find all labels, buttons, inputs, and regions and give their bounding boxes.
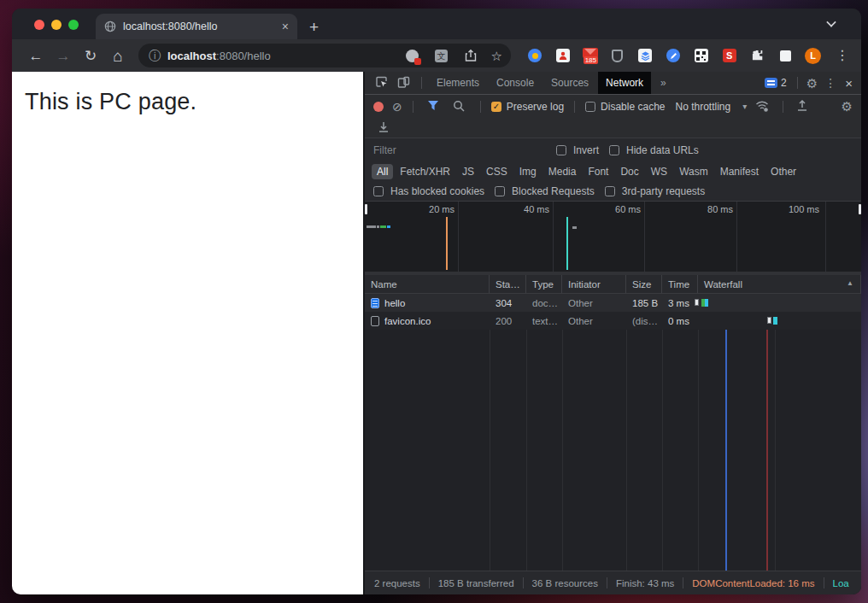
tab-elements[interactable]: Elements [429, 72, 487, 94]
qr-extension-icon[interactable] [693, 47, 710, 64]
extension-person-icon[interactable] [554, 47, 572, 64]
back-button[interactable] [24, 49, 48, 63]
cookie-blocked-icon[interactable] [404, 47, 421, 64]
filter-chip-media[interactable]: Media [543, 164, 582, 179]
extension-hand-icon[interactable] [526, 47, 543, 64]
browser-toolbar: localhost:8080/hello 文 185 S [12, 39, 861, 72]
bookmark-star-icon[interactable] [491, 50, 502, 62]
col-header-initiator[interactable]: Initiator [562, 275, 626, 293]
filter-chip-img[interactable]: Img [514, 164, 542, 179]
minimize-window-button[interactable] [51, 20, 62, 30]
har-export-icon[interactable] [378, 121, 392, 135]
overview-request-bar [387, 225, 390, 228]
filter-chip-manifest[interactable]: Manifest [715, 164, 764, 179]
table-row[interactable]: hello 304 doc… Other 185 B 3 ms [365, 294, 861, 312]
device-toolbar-icon[interactable] [397, 76, 411, 90]
devtools-panel: Elements Console Sources Network 2 [365, 72, 861, 594]
disable-cache-checkbox[interactable] [585, 102, 595, 112]
forward-button[interactable] [51, 49, 75, 63]
shopping-extension-icon[interactable]: S [721, 47, 738, 64]
new-tab-button[interactable] [309, 19, 319, 35]
filter-funnel-icon[interactable] [427, 100, 441, 114]
mail-badge: 185 [584, 56, 598, 64]
home-button[interactable] [106, 48, 130, 64]
overview-right-handle[interactable] [859, 204, 861, 214]
mail-extension-icon[interactable]: 185 [583, 47, 598, 64]
tab-close-icon[interactable] [282, 20, 289, 32]
chevron-down-icon[interactable] [827, 17, 836, 26]
filter-chip-fetchxhr[interactable]: Fetch/XHR [395, 164, 455, 179]
shield-extension-icon[interactable] [608, 47, 625, 64]
overview-request-bar [367, 225, 376, 228]
filter-chip-other[interactable]: Other [765, 164, 801, 179]
status-load: Loa [833, 578, 849, 588]
throttling-select[interactable]: No throttling [675, 101, 747, 113]
has-blocked-cookies-checkbox[interactable] [373, 186, 384, 196]
request-type: doc… [526, 298, 562, 308]
resource-type-filters: All Fetch/XHR JS CSS Img Media Font Doc … [365, 161, 861, 181]
page-text: This is PC page. [25, 89, 363, 115]
table-row[interactable]: favicon.ico 200 text… Other (dis… 0 ms [365, 312, 861, 330]
inspect-element-icon[interactable] [375, 76, 389, 90]
close-window-button[interactable] [34, 20, 44, 30]
search-icon[interactable] [453, 100, 466, 114]
devtools-settings-icon[interactable] [806, 77, 818, 90]
web-page: This is PC page. [12, 72, 363, 594]
record-network-log-button[interactable] [373, 102, 384, 112]
sort-ascending-icon[interactable] [847, 280, 853, 287]
filter-chip-css[interactable]: CSS [481, 164, 513, 179]
col-header-waterfall[interactable]: Waterfall [698, 275, 861, 293]
browser-menu-icon[interactable] [832, 49, 853, 62]
filter-chip-all[interactable]: All [372, 164, 393, 179]
translate-icon[interactable]: 文 [433, 47, 450, 64]
tab-network[interactable]: Network [598, 72, 651, 94]
blocked-requests-checkbox[interactable] [495, 186, 505, 196]
hide-data-urls-checkbox[interactable] [609, 145, 619, 155]
extensions-puzzle-icon[interactable] [749, 47, 766, 64]
issues-message-icon[interactable] [765, 78, 777, 88]
preserve-log-checkbox[interactable] [491, 102, 501, 112]
zoom-window-button[interactable] [68, 20, 79, 30]
request-initiator: Other [562, 298, 626, 308]
timeline-tick: 40 ms [496, 204, 549, 214]
filter-chip-js[interactable]: JS [457, 164, 479, 179]
invert-checkbox[interactable] [556, 145, 566, 155]
filter-input[interactable] [373, 144, 527, 156]
site-info-icon[interactable] [149, 50, 161, 61]
col-header-size[interactable]: Size [626, 275, 662, 293]
tab-square-icon[interactable] [777, 47, 794, 64]
network-settings-icon[interactable] [842, 100, 853, 113]
filter-chip-wasm[interactable]: Wasm [674, 164, 713, 179]
col-header-name[interactable]: Name [365, 275, 490, 293]
col-header-type[interactable]: Type [526, 275, 562, 293]
file-icon [371, 316, 379, 326]
more-tabs-icon[interactable] [653, 72, 674, 94]
filter-chip-font[interactable]: Font [583, 164, 613, 179]
har-import-icon[interactable] [797, 100, 811, 114]
filter-chip-doc[interactable]: Doc [615, 164, 643, 179]
pencil-extension-icon[interactable] [665, 47, 682, 64]
reload-button[interactable] [79, 49, 103, 63]
col-header-status[interactable]: Sta… [490, 275, 526, 293]
clear-network-log-icon[interactable] [392, 101, 402, 113]
issues-count: 2 [781, 77, 787, 89]
network-toolbar-row2 [365, 118, 861, 138]
devtools-close-icon[interactable] [843, 77, 854, 90]
third-party-requests-checkbox[interactable] [605, 186, 615, 196]
filter-chip-ws[interactable]: WS [646, 164, 672, 179]
layers-extension-icon[interactable] [636, 47, 654, 64]
disable-cache-label: Disable cache [601, 101, 665, 113]
overview-left-handle[interactable] [365, 204, 367, 214]
network-conditions-icon[interactable] [755, 100, 769, 114]
address-bar[interactable]: localhost:8080/hello 文 [138, 44, 511, 67]
hide-data-urls-label: Hide data URLs [626, 144, 699, 156]
profile-avatar[interactable]: L [805, 48, 821, 64]
overview-request-bar [377, 225, 379, 228]
network-overview[interactable]: 20 ms 40 ms 60 ms 80 ms 100 ms [365, 202, 861, 272]
devtools-menu-icon[interactable] [821, 77, 840, 89]
tab-sources[interactable]: Sources [543, 72, 596, 94]
share-icon[interactable] [462, 47, 479, 64]
tab-console[interactable]: Console [489, 72, 542, 94]
browser-tab[interactable]: localhost:8080/hello [96, 14, 297, 39]
col-header-time[interactable]: Time [662, 275, 698, 293]
